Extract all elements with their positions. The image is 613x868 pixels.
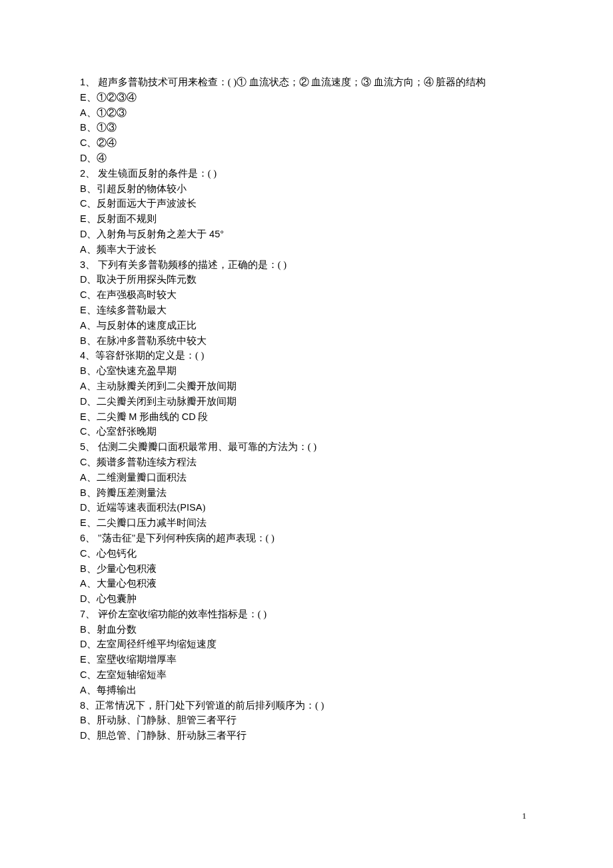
- text-line: 4、等容舒张期的定义是：( ): [80, 348, 533, 363]
- text-line: D、心包囊肿: [80, 591, 533, 607]
- text-line: C、左室短轴缩短率: [80, 667, 533, 683]
- text-line: E、二尖瓣口压力减半时间法: [80, 515, 533, 531]
- text-line: B、肝动脉、门静脉、胆管三者平行: [80, 713, 533, 728]
- text-line: 1、 超声多普勒技术可用来检查：( )① 血流状态；② 血流速度；③ 血流方向；…: [80, 75, 533, 90]
- text-line: C、心室舒张晚期: [80, 424, 533, 439]
- text-line: 3、 下列有关多普勒频移的描述，正确的是：( ): [80, 257, 533, 273]
- text-line: A、主动脉瓣关闭到二尖瓣开放间期: [80, 379, 533, 394]
- text-line: B、在脉冲多普勒系统中较大: [80, 333, 533, 349]
- text-line: D、二尖瓣关闭到主动脉瓣开放间期: [80, 394, 533, 409]
- text-line: A、频率大于波长: [80, 242, 533, 257]
- text-line: B、少量心包积液: [80, 561, 533, 577]
- text-line: D、左室周径纤维平均缩短速度: [80, 637, 533, 652]
- text-line: A、大量心包积液: [80, 576, 533, 591]
- text-line: 5、 估测二尖瓣瓣口面积最常用、最可靠的方法为：( ): [80, 439, 533, 455]
- text-line: C、在声强极高时较大: [80, 287, 533, 303]
- text-line: A、①②③: [80, 105, 533, 121]
- document-page: 1、 超声多普勒技术可用来检查：( )① 血流状态；② 血流速度；③ 血流方向；…: [0, 0, 613, 743]
- text-line: 8、正常情况下，肝门处下列管道的前后排列顺序为：( ): [80, 698, 533, 713]
- text-line: E、反射面不规则: [80, 211, 533, 227]
- text-line: E、①②③④: [80, 90, 533, 105]
- text-line: E、连续多普勒最大: [80, 303, 533, 318]
- text-line: 6、 "荡击征"是下列何种疾病的超声表现：( ): [80, 531, 533, 546]
- text-line: B、心室快速充盈早期: [80, 363, 533, 379]
- text-line: D、④: [80, 151, 533, 166]
- text-line: C、频谱多普勒连续方程法: [80, 455, 533, 470]
- text-line: D、取决于所用探头阵元数: [80, 272, 533, 287]
- text-line: 2、 发生镜面反射的条件是：( ): [80, 166, 533, 181]
- question-list: 1、 超声多普勒技术可用来检查：( )① 血流状态；② 血流速度；③ 血流方向；…: [80, 75, 533, 743]
- text-line: 7、 评价左室收缩功能的效率性指标是：( ): [80, 607, 533, 622]
- text-line: D、近端等速表面积法(PISA): [80, 500, 533, 515]
- page-number: 1: [522, 811, 527, 821]
- text-line: A、二维测量瓣口面积法: [80, 470, 533, 485]
- text-line: B、射血分数: [80, 622, 533, 637]
- text-line: E、二尖瓣 M 形曲线的 CD 段: [80, 409, 533, 425]
- text-line: D、入射角与反射角之差大于 45°: [80, 227, 533, 242]
- text-line: A、与反射体的速度成正比: [80, 318, 533, 333]
- text-line: C、②④: [80, 135, 533, 151]
- text-line: C、心包钙化: [80, 546, 533, 561]
- text-line: B、①③: [80, 120, 533, 135]
- text-line: B、跨瓣压差测量法: [80, 485, 533, 501]
- text-line: C、反射面远大于声波波长: [80, 196, 533, 211]
- text-line: A、每搏输出: [80, 683, 533, 698]
- text-line: D、胆总管、门静脉、肝动脉三者平行: [80, 728, 533, 743]
- text-line: B、引超反射的物体较小: [80, 181, 533, 197]
- text-line: E、室壁收缩期增厚率: [80, 652, 533, 667]
